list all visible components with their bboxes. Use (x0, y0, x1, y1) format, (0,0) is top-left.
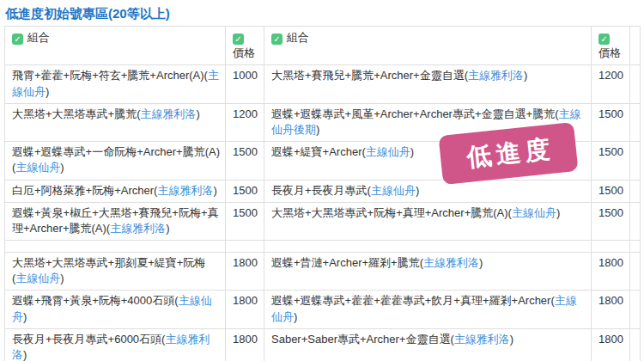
combo-text-end: ) (23, 348, 27, 361)
table-row: 遐蝶+飛霄+黃泉+阮梅+4000石頭(主線仙舟)1800遐蝶+遐蝶專武+藿藿+藿… (5, 291, 641, 328)
combo-text: 白厄+阿格萊雅+阮梅+Archer( (12, 184, 157, 197)
price-table: ✓組合 ✓價格 ✓組合 ✓價格 飛霄+藿藿+阮梅+符玄+騰荒+Archer(A)… (4, 26, 641, 361)
combo-cell: 遐蝶+遐蝶專武+藿藿+藿藿專武+飲月+真理+羅剎+Archer(主線仙舟) (264, 291, 592, 328)
route-tag: 主線仙舟 (371, 184, 416, 197)
header-stub (630, 27, 641, 65)
combo-cell: Saber+Saber專武+Archer+金靈自選(主線雅利洛) (264, 328, 592, 361)
price-cell: 1000 (226, 65, 264, 103)
combo-cell: 白厄+阿格萊雅+阮梅+Archer(主線雅利洛) (5, 180, 226, 202)
route-tag: 主線雅利洛 (141, 107, 197, 120)
combo-cell (264, 241, 592, 253)
header-price-left: ✓價格 (226, 27, 264, 65)
price-cell: 1500 (226, 180, 264, 202)
price-cell: 1800 (226, 328, 264, 361)
stub-cell (630, 65, 641, 103)
combo-text-end: ) (213, 184, 216, 197)
route-tag: 主線雅利洛 (423, 256, 479, 269)
combo-cell: 遐蝶+遐蝶專武+一命阮梅+Archer+騰荒(A)(主線仙舟) (5, 142, 226, 180)
combo-text: 遐蝶+遐蝶專武+藿藿+藿藿專武+飲月+真理+羅剎+Archer( (271, 294, 555, 307)
stub-cell (630, 180, 641, 202)
combo-text: 大黑塔+賽飛兒+騰荒+Archer+金靈自選( (271, 69, 468, 82)
combo-text-end: ) (197, 107, 200, 120)
header-combo-left: ✓組合 (5, 27, 226, 65)
price-cell: 1800 (592, 291, 630, 328)
combo-cell: 大黑塔+賽飛兒+騰荒+Archer+金靈自選(主線雅利洛) (264, 65, 592, 103)
combo-text-end: ) (166, 222, 169, 235)
table-header-row: ✓組合 ✓價格 ✓組合 ✓價格 (5, 27, 641, 65)
combo-cell: 遐蝶+飛霄+黃泉+阮梅+4000石頭(主線仙舟) (5, 291, 226, 328)
header-label: 價格 (233, 46, 255, 59)
route-tag: 主線雅利洛 (157, 184, 213, 197)
combo-text-end: ) (46, 85, 49, 98)
combo-text-end: ) (416, 184, 419, 197)
stub-cell (630, 142, 641, 180)
route-tag: 主線雅利洛 (110, 222, 166, 235)
price-cell: 1800 (226, 291, 264, 328)
checkbox-checked-icon: ✓ (598, 34, 610, 45)
combo-cell: 長夜月+長夜月專武(主線仙舟) (264, 180, 592, 202)
price-cell: 1200 (226, 103, 264, 141)
combo-text: 遐蝶+緹寶+Archer( (271, 145, 366, 158)
combo-text-end: ) (60, 161, 64, 174)
combo-cell: 大黑塔+大黑塔專武+阮梅+真理+Archer+騰荒(A)(主線仙舟) (264, 202, 592, 240)
stub-cell (630, 241, 641, 253)
combo-cell: 大黑塔+大黑塔專武+那刻夏+緹寶+阮梅(主線仙舟) (5, 253, 226, 291)
route-tag: 主線仙舟 (15, 272, 60, 285)
price-cell: 1200 (592, 65, 630, 103)
route-tag: 主線仙舟 (512, 206, 556, 219)
table-row: 大黑塔+大黑塔專武+那刻夏+緹寶+阮梅(主線仙舟)1800遐蝶+昔漣+Arche… (5, 253, 641, 291)
route-tag: 主線仙舟 (366, 145, 410, 158)
table-row: 白厄+阿格萊雅+阮梅+Archer(主線雅利洛)1500長夜月+長夜月專武(主線… (5, 180, 641, 202)
combo-text: 遐蝶+昔漣+Archer+羅剎+騰荒( (271, 256, 423, 269)
table-row: 飛霄+藿藿+阮梅+符玄+騰荒+Archer(A)(主線仙舟)1000大黑塔+賽飛… (5, 65, 641, 103)
combo-cell: 飛霄+藿藿+阮梅+符玄+騰荒+Archer(A)(主線仙舟) (5, 65, 226, 103)
combo-text: 飛霄+藿藿+阮梅+符玄+騰荒+Archer(A)( (12, 69, 208, 82)
price-cell (592, 241, 630, 253)
combo-cell (5, 241, 226, 253)
price-cell: 1500 (592, 202, 630, 240)
price-cell: 1500 (592, 142, 630, 180)
combo-text: 遐蝶+飛霄+黃泉+阮梅+4000石頭( (12, 294, 179, 307)
combo-text: Saber+Saber專武+Archer+金靈自選( (271, 333, 454, 346)
combo-text-end: ) (524, 69, 527, 82)
price-cell: 1500 (592, 103, 630, 141)
combo-text: 長夜月+長夜月專武+6000石頭( (12, 333, 165, 346)
combo-text: 遐蝶+遐蝶專武+風堇+Archer+Archer專武+金靈自選+騰荒( (271, 107, 558, 120)
price-cell: 1500 (226, 202, 264, 240)
page-title: 低進度初始號專區(20等以上) (5, 6, 644, 21)
route-tag: 主線仙舟 (15, 161, 60, 174)
combo-cell: 遐蝶+昔漣+Archer+羅剎+騰荒(主線雅利洛) (264, 253, 592, 291)
combo-cell: 大黑塔+大黑塔專武+騰荒(主線雅利洛) (5, 103, 226, 141)
stub-cell (630, 202, 641, 240)
stub-cell (630, 253, 641, 291)
stub-cell (630, 291, 641, 328)
route-tag: 主線雅利洛 (468, 69, 524, 82)
combo-text-end: ) (510, 333, 513, 346)
combo-text: 大黑塔+大黑塔專武+騰荒( (12, 107, 141, 120)
checkbox-checked-icon: ✓ (12, 34, 23, 45)
price-cell (226, 241, 264, 253)
price-cell: 1500 (226, 142, 264, 180)
checkbox-checked-icon: ✓ (271, 34, 283, 45)
stub-cell (630, 328, 641, 361)
header-combo-right: ✓組合 (264, 27, 592, 65)
header-price-right: ✓價格 (592, 27, 630, 65)
price-cell: 1800 (226, 253, 264, 291)
price-cell: 1800 (592, 328, 630, 361)
combo-text-end: ) (60, 272, 64, 285)
combo-text-end: ) (479, 256, 483, 269)
table-body: 飛霄+藿藿+阮梅+符玄+騰荒+Archer(A)(主線仙舟)1000大黑塔+賽飛… (5, 65, 641, 361)
checkbox-checked-icon: ✓ (233, 34, 244, 45)
price-cell: 1800 (592, 253, 630, 291)
combo-text: 大黑塔+大黑塔專武+阮梅+真理+Archer+騰荒(A)( (271, 206, 512, 219)
table-row: 遐蝶+黃泉+椒丘+大黑塔+賽飛兒+阮梅+真理+Archer+騰荒(A)(主線雅利… (5, 202, 641, 240)
combo-text-end: ) (294, 310, 297, 323)
price-cell: 1500 (592, 180, 630, 202)
combo-text: 長夜月+長夜月專武( (271, 184, 371, 197)
combo-text-end: ) (316, 123, 319, 136)
header-label: 價格 (598, 46, 621, 59)
route-tag: 主線雅利洛 (454, 333, 510, 346)
header-label: 組合 (27, 31, 50, 44)
header-label: 組合 (287, 31, 309, 44)
combo-text-end: ) (556, 206, 560, 219)
